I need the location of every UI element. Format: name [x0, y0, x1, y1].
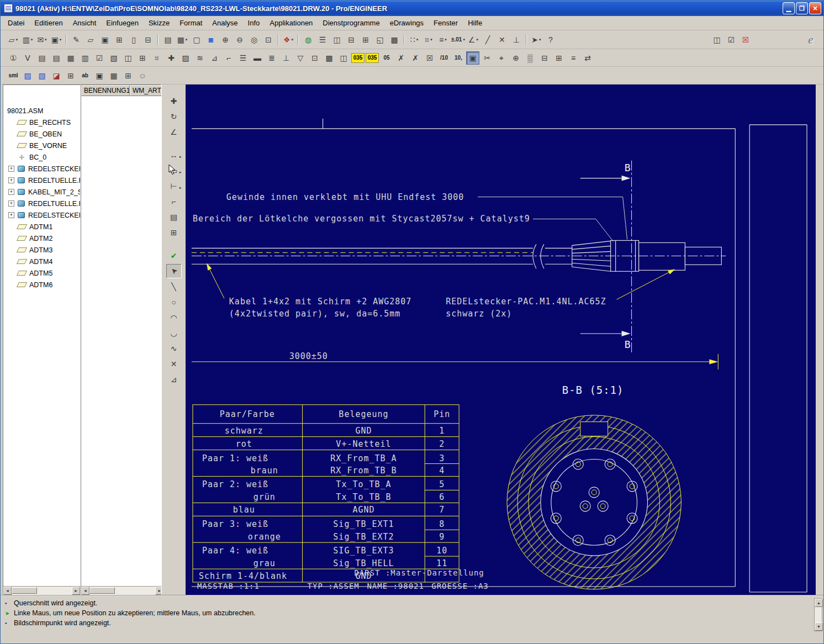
scrollbar-thumb[interactable]: [89, 587, 115, 594]
delete-item-button[interactable]: ✗: [409, 51, 422, 65]
gtol-button[interactable]: ⊡: [308, 51, 321, 65]
dropdown-arrow-icon[interactable]: ▾: [430, 38, 432, 42]
tree-item-adtm5[interactable]: ADTM5: [3, 267, 80, 279]
tree-item-bc_0[interactable]: ✛BC_0: [3, 151, 80, 163]
clip-view-button[interactable]: ✂: [480, 51, 494, 65]
table-cell[interactable]: GND: [355, 426, 372, 436]
tree-item-adtm1[interactable]: ADTM1: [3, 221, 80, 233]
tree-item-be_oben[interactable]: BE_OBEN: [3, 128, 80, 140]
cell-shade-button[interactable]: ▩: [388, 33, 401, 46]
expand-icon[interactable]: +: [8, 177, 14, 183]
dimension-text[interactable]: 3000±50: [289, 351, 328, 361]
menu-analyse[interactable]: Analyse: [207, 17, 242, 29]
view-no-hidden-button[interactable]: ▢: [190, 33, 203, 46]
title-block-masstab[interactable]: MASSTAB :1:1: [197, 582, 260, 590]
measure-button[interactable]: ≡▾: [436, 33, 450, 46]
print-button[interactable]: ⊟: [141, 33, 155, 46]
table-cell[interactable]: orange: [248, 532, 281, 542]
table-cell[interactable]: braun: [251, 466, 278, 476]
note-create-button[interactable]: ▬: [251, 51, 264, 65]
note-redel-line2[interactable]: schwarz (2x): [446, 309, 512, 319]
group-items-button[interactable]: ⊟: [538, 51, 551, 65]
view-angle-button[interactable]: ⊿: [208, 51, 221, 65]
sheet-next-button[interactable]: ▤: [50, 51, 63, 65]
insert-image-button[interactable]: ▦: [107, 69, 120, 82]
table-create-button[interactable]: ▦: [64, 51, 77, 65]
zoom-in-button[interactable]: ⊕: [219, 33, 232, 46]
table-cell[interactable]: Paar 4: weiß: [202, 546, 268, 556]
tolerance-button[interactable]: ±.01▾: [451, 33, 466, 46]
menu-skizze[interactable]: Skizze: [144, 17, 175, 29]
window-tile-3-button[interactable]: ⊞: [359, 33, 372, 46]
layer-blue-b-button[interactable]: ▧: [35, 69, 49, 82]
select-region-tool-button[interactable]: ▭▸: [166, 163, 182, 178]
move-special-button[interactable]: ⌖: [495, 51, 508, 65]
table-cell[interactable]: RX_From_TB_A: [330, 453, 397, 463]
circle-tool-tool-button[interactable]: ○: [166, 295, 182, 309]
scroll-down-icon[interactable]: ▼: [815, 622, 823, 631]
table-cell[interactable]: SIG_TB_EXT3: [333, 546, 394, 556]
view-projection-button[interactable]: ◫: [122, 51, 135, 65]
window-close-button[interactable]: ☒: [739, 33, 752, 46]
lock-move-button[interactable]: ≡: [567, 51, 580, 65]
text-style-button[interactable]: ▣: [93, 69, 106, 82]
spline-mark-button[interactable]: ✕: [495, 33, 509, 46]
tree-item-adtm4[interactable]: ADTM4: [3, 256, 80, 267]
appearance-button[interactable]: ❖▾: [282, 33, 295, 46]
tree-item-redeltuelle.f[interactable]: +REDELTUELLE.F: [3, 175, 80, 186]
dropdown-arrow-icon[interactable]: ▾: [45, 38, 47, 42]
spell-check-button[interactable]: ab: [78, 69, 92, 82]
view-section-button[interactable]: ⊞: [136, 51, 149, 65]
scroll-right-icon[interactable]: ►: [72, 587, 80, 595]
balloon-create-button[interactable]: ≣: [265, 51, 278, 65]
scroll-left-icon[interactable]: ◄: [3, 587, 12, 595]
datum-target-button[interactable]: ▩: [323, 51, 336, 65]
view-auxiliary-button[interactable]: ✚: [165, 51, 178, 65]
table-cell[interactable]: Schirm 1-4/blank: [199, 571, 287, 581]
context-help-button[interactable]: ?: [544, 33, 557, 46]
scrollbar-thumb[interactable]: [12, 587, 37, 594]
note-kabel-line2[interactable]: (4x2twisted pair), sw, da=6.5mm: [229, 309, 400, 319]
draft-grid-button[interactable]: ∷▾: [408, 33, 421, 46]
decimals-button[interactable]: /10: [437, 51, 451, 65]
align-items-button[interactable]: ⊕: [509, 51, 522, 65]
model-views-button[interactable]: Ⅴ: [21, 51, 34, 65]
section-label-bottom[interactable]: B: [625, 339, 631, 350]
layer-display-button[interactable]: ☰: [236, 51, 250, 65]
drawing-canvas[interactable]: B B Gewinde innen verklebt mit UHU Endfe…: [186, 85, 816, 595]
draft-snap-button[interactable]: ⌗▾: [422, 33, 435, 46]
new-file-button[interactable]: ▯: [127, 33, 140, 46]
open-file-button[interactable]: ▱: [84, 33, 97, 46]
tree-item-redelstecker[interactable]: +REDELSTECKER: [3, 209, 80, 221]
line-tool-tool-button[interactable]: ╲: [166, 279, 182, 294]
window-tile-2-button[interactable]: ⊟: [345, 33, 358, 46]
note-bereich-text[interactable]: Bereich der Lötkelche vergossen mit Styc…: [193, 214, 530, 224]
column-header-wm-arti[interactable]: WM_ARTI: [130, 85, 163, 96]
tree-item-redelstecker[interactable]: +REDELSTECKER: [3, 163, 80, 175]
dropdown-arrow-icon[interactable]: ▾: [31, 38, 33, 42]
dimension-tool-button[interactable]: ⊢▸: [166, 179, 182, 193]
table-cell[interactable]: Sig_TB_HELL: [333, 558, 394, 568]
perpendicular-button[interactable]: ⊥: [510, 33, 523, 46]
fillet-tool-tool-button[interactable]: ◡: [166, 326, 182, 340]
tree-item-be_vorne[interactable]: BE_VORNE: [3, 140, 80, 151]
accept-tool-button[interactable]: ✔: [166, 249, 182, 263]
spline-tool-tool-button[interactable]: ∿: [166, 341, 182, 356]
model-tree-toggle-button[interactable]: ☰: [316, 33, 329, 46]
tol-035-b-button[interactable]: 035: [366, 53, 379, 63]
table-cell[interactable]: 5: [439, 479, 445, 489]
snap-mode-button[interactable]: ▣: [466, 51, 479, 65]
point-tool-tool-button[interactable]: ✕: [166, 357, 182, 371]
menu-editieren[interactable]: Editieren: [29, 17, 67, 29]
section-view-b-b[interactable]: B-B (5:1): [507, 384, 681, 589]
table-cell[interactable]: 4: [439, 466, 445, 476]
title-block-groesse[interactable]: GROESSE :A3: [431, 582, 489, 590]
dim-display-button[interactable]: ◫: [337, 51, 350, 65]
table-cell[interactable]: rot: [236, 439, 252, 449]
dropdown-arrow-icon[interactable]: ▾: [445, 38, 447, 42]
angle-dim-button[interactable]: ∠▾: [467, 33, 480, 46]
table-edit-button[interactable]: ▥: [78, 51, 92, 65]
pan-tool-button[interactable]: ✚: [166, 94, 182, 108]
table-cell[interactable]: 11: [436, 558, 447, 568]
note-redel[interactable]: REDELstecker-PAC.M1.4NL.AC65Z schwarz (2…: [446, 269, 675, 319]
